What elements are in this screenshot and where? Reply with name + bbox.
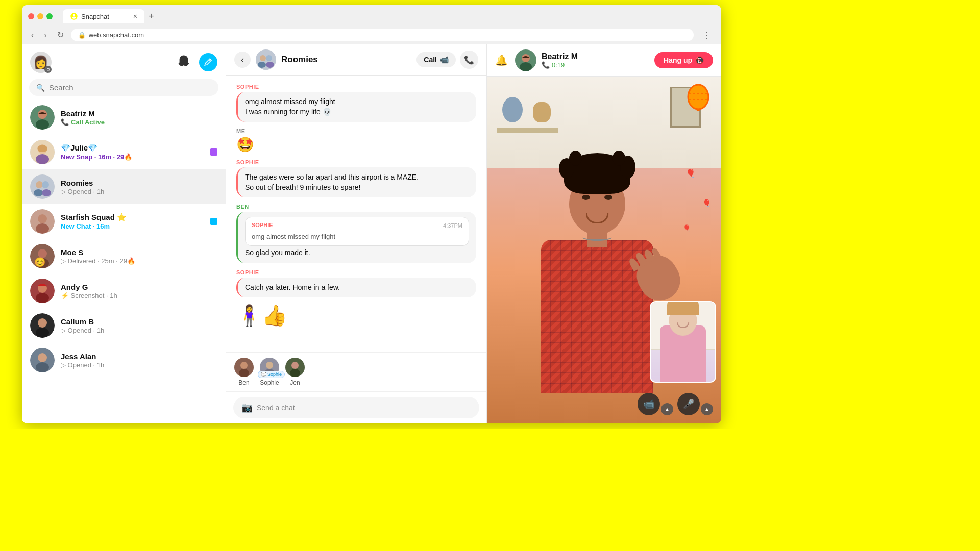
search-input[interactable]	[49, 83, 211, 92]
hair	[564, 153, 630, 194]
chat-item-andy-g[interactable]: Andy G ⚡ Screenshot · 1h	[22, 273, 226, 308]
svg-point-29	[260, 55, 266, 61]
chat-info-callum-b: Callum B ▷ Opened · 1h	[61, 317, 217, 334]
pip-video	[650, 301, 716, 383]
svg-point-7	[30, 174, 55, 199]
back-button[interactable]: ‹	[234, 52, 251, 68]
participant-ben[interactable]: Ben	[234, 358, 254, 386]
chat-sub-julie: New Snap · 16m · 29🔥	[61, 153, 204, 161]
call-label: Call	[424, 56, 437, 64]
hang-up-button[interactable]: Hang up 📵	[654, 52, 713, 68]
minimize-button[interactable]	[37, 13, 43, 19]
sender-label-sophie-3: SOPHIE	[236, 269, 476, 276]
shelf-item-1	[502, 97, 523, 122]
sidebar: 👩 ⚙	[22, 44, 226, 423]
reload-button[interactable]: ↻	[54, 29, 67, 41]
participant-avatar-sophie: 💬 Sophie	[260, 358, 279, 377]
call-duration: 📞 0:19	[542, 61, 649, 69]
mic-control-group: 🎤 ▲	[677, 393, 713, 415]
quoted-time: 4:37PM	[443, 222, 462, 230]
hang-up-label: Hang up	[664, 56, 692, 64]
svg-point-37	[266, 362, 273, 369]
svg-point-10	[34, 189, 43, 196]
small-balloon-3: 🎈	[683, 224, 691, 232]
notification-bell-icon: 🔔	[495, 54, 508, 66]
hang-up-phone-icon: 📵	[695, 56, 704, 64]
mic-toggle-button[interactable]: 🎤	[677, 393, 700, 415]
chat-item-starfish-squad[interactable]: Starfish Squad ⭐ New Chat · 16m	[22, 204, 226, 239]
chat-info-beatriz-m: Beatriz M 📞 Call Active	[61, 109, 217, 126]
participant-jen[interactable]: Jen	[285, 358, 305, 386]
svg-point-2	[36, 119, 49, 130]
call-header: 🔔 Beatriz M 📞 0:19	[487, 44, 721, 77]
browser-menu-button[interactable]: ⋮	[698, 30, 715, 41]
svg-point-23	[38, 318, 47, 328]
sticker-message: 🧍‍♀️👍	[236, 304, 476, 328]
forward-nav-button[interactable]: ›	[41, 30, 50, 41]
call-contact-avatar	[515, 49, 536, 71]
back-nav-button[interactable]: ‹	[28, 30, 37, 41]
participant-avatar-jen	[285, 358, 305, 377]
chat-name-andy-g: Andy G	[61, 283, 217, 291]
chat-avatar-moe-s: 😊	[30, 244, 55, 268]
chat-item-moe-s[interactable]: 😊 Moe S ▷ Delivered · 25m · 29🔥	[22, 239, 226, 273]
app-content: 👩 ⚙	[22, 44, 721, 423]
chat-input-area: 📷 Send a chat	[226, 392, 486, 423]
video-call-button[interactable]: Call 📹	[416, 52, 456, 67]
chat-item-jess-alan[interactable]: Jess Alan ▷ Opened · 1h	[22, 343, 226, 378]
chat-item-callum-b[interactable]: Callum B ▷ Opened · 1h	[22, 308, 226, 343]
chat-input-placeholder: Send a chat	[257, 404, 295, 412]
video-control-group: 📹 ▲	[638, 393, 673, 415]
chat-input-field[interactable]: 📷 Send a chat	[233, 397, 479, 418]
address-bar[interactable]: 🔒 web.snapchat.com	[71, 29, 694, 41]
svg-point-26	[38, 353, 47, 362]
chat-name-jess-alan: Jess Alan	[61, 352, 217, 361]
compose-button[interactable]	[199, 53, 217, 71]
chat-badge-julie	[210, 148, 217, 156]
mic-options-button[interactable]: ▲	[701, 403, 713, 415]
chat-item-beatriz-m[interactable]: Beatriz M 📞 Call Active	[22, 100, 226, 135]
chat-header-name: Roomies	[281, 55, 318, 65]
svg-point-21	[36, 293, 49, 303]
svg-point-13	[38, 214, 47, 223]
chat-sub-callum-b: ▷ Opened · 1h	[61, 327, 217, 334]
participant-avatar-ben	[234, 358, 254, 377]
main-chat: ‹ Roomies Call 📹	[226, 44, 486, 423]
chat-info-starfish-squad: Starfish Squad ⭐ New Chat · 16m	[61, 213, 204, 230]
chat-info-roomies: Roomies ▷ Opened · 1h	[61, 179, 217, 195]
svg-point-14	[36, 223, 49, 234]
call-controls: 📹 ▲ 🎤 ▲	[638, 393, 713, 415]
necklace	[582, 233, 612, 241]
browser-window: Snapchat × + ‹ › ↻ 🔒 web.snapchat.com ⋮	[22, 5, 721, 423]
phone-call-button[interactable]: 📞	[460, 51, 478, 69]
new-tab-button[interactable]: +	[146, 11, 156, 22]
header-actions: Call 📹 📞	[416, 51, 478, 69]
user-avatar-wrapper[interactable]: 👩 ⚙	[30, 52, 52, 73]
settings-badge: ⚙	[44, 66, 52, 73]
chat-name-callum-b: Callum B	[61, 317, 217, 326]
svg-point-6	[36, 154, 49, 164]
sidebar-header: 👩 ⚙	[22, 44, 226, 77]
sender-label-ben: BEN	[236, 204, 476, 210]
typing-indicator: 💬 Sophie	[258, 371, 285, 378]
tab-snapchat[interactable]: Snapchat ×	[63, 9, 144, 23]
chat-item-roomies[interactable]: Roomies ▷ Opened · 1h	[22, 169, 226, 204]
search-bar[interactable]: 🔍	[29, 79, 218, 96]
participant-sophie[interactable]: 💬 Sophie Sophie	[260, 358, 279, 386]
sender-label-sophie-1: SOPHIE	[236, 84, 476, 90]
sidebar-icons	[177, 53, 217, 71]
video-options-button[interactable]: ▲	[661, 403, 673, 415]
quoted-sender: SOPHIE	[252, 221, 273, 229]
video-area: 🎈 🎈 🎈	[487, 77, 721, 423]
message-bubble-4: SOPHIE 4:37PM omg almost missed my fligh…	[236, 212, 476, 263]
chat-avatar-callum-b	[30, 313, 55, 338]
svg-point-35	[239, 369, 249, 377]
chat-item-julie[interactable]: 💎Julie💎 New Snap · 16m · 29🔥	[22, 135, 226, 169]
maximize-button[interactable]	[46, 13, 53, 19]
message-6: 🧍‍♀️👍	[236, 304, 476, 328]
lock-icon: 🔒	[78, 32, 86, 39]
close-button[interactable]	[28, 13, 34, 19]
svg-point-27	[36, 362, 49, 372]
video-toggle-button[interactable]: 📹	[638, 393, 660, 415]
tab-close-button[interactable]: ×	[133, 12, 137, 20]
